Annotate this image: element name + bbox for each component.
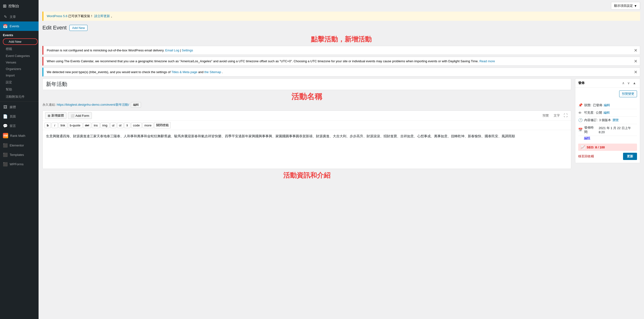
- revisions-icon: 🕐: [578, 118, 583, 122]
- sidebar-sub-organizers[interactable]: Organizers: [0, 66, 38, 72]
- timezone-text: When using The Events Calendar, we recom…: [47, 59, 479, 63]
- format-bold-button[interactable]: b: [44, 123, 51, 128]
- publish-box-controls: ∧ ∨ ▲: [621, 81, 637, 85]
- sidebar-sub-addons[interactable]: 活動附加元件: [0, 93, 38, 100]
- sidebar-item-wpforms[interactable]: ⬛ WPForms: [0, 160, 38, 169]
- edit-main: 活動名稱 永久連結: https://blogtest.designhu-dem…: [42, 78, 571, 182]
- notice-post-type: We detected new post type(s) (tribe_even…: [42, 68, 640, 77]
- visibility-value: 公開: [596, 111, 602, 115]
- sidebar-item-media[interactable]: 🖼 媒體: [0, 103, 38, 112]
- format-link-button[interactable]: link: [58, 123, 67, 128]
- sidebar-item-rankmath[interactable]: RM Rank Math: [0, 131, 38, 141]
- add-new-button[interactable]: Add New: [70, 25, 88, 31]
- notice-posttype-close[interactable]: ✕: [634, 70, 638, 75]
- event-title-input[interactable]: [42, 78, 571, 90]
- format-code-button[interactable]: code: [131, 123, 142, 128]
- titles-meta-link[interactable]: Titles & Meta page: [171, 70, 198, 74]
- text-mode-button[interactable]: 文字: [552, 112, 562, 119]
- editor-top-buttons: ⊞ 新增媒體 ⬜ Add Form: [45, 112, 92, 119]
- post-type-after: .: [222, 70, 223, 74]
- publish-box-triangle-button[interactable]: ▲: [632, 81, 637, 85]
- preview-changes-button[interactable]: 預覽變更: [619, 91, 637, 97]
- editor-format-bar: b i link b-quote del ins img ul ol li co…: [43, 121, 571, 130]
- postman-settings-link[interactable]: Settings: [182, 49, 193, 52]
- sidebar-sub-add-new[interactable]: Add New: [3, 38, 38, 45]
- format-img-button[interactable]: img: [100, 123, 110, 128]
- status-edit-link[interactable]: 編輯: [604, 103, 610, 107]
- sidebar-sub-venues[interactable]: Venues: [0, 59, 38, 66]
- sidebar-sub-settings[interactable]: 設定: [0, 79, 38, 86]
- permalink-edit-button[interactable]: 編輯: [131, 102, 141, 108]
- wpforms-icon: ⬛: [3, 162, 8, 166]
- events-section-label[interactable]: Events: [0, 31, 38, 38]
- update-button[interactable]: 更新: [623, 153, 637, 160]
- format-bquote-button[interactable]: b-quote: [68, 123, 82, 128]
- sidebar-item-elementor[interactable]: ⬛ Elementor: [0, 141, 38, 150]
- format-ins-button[interactable]: ins: [92, 123, 100, 128]
- status-value: 已發佈: [593, 103, 602, 107]
- display-settings-dropdown-icon: ▼: [634, 4, 637, 8]
- notice-timezone-close[interactable]: ✕: [634, 59, 638, 64]
- post-type-text-before: We detected new post type(s) (tribe_even…: [47, 70, 171, 74]
- add-form-button[interactable]: ⬜ Add Form: [68, 112, 92, 119]
- revisions-browse-link[interactable]: 瀏覽: [612, 118, 619, 122]
- format-more-button[interactable]: more: [142, 123, 154, 128]
- format-ol-button[interactable]: ol: [117, 123, 124, 128]
- published-edit-link[interactable]: 編輯: [584, 136, 590, 140]
- notice-postman: Postman is not configured and is mimicki…: [42, 46, 640, 55]
- format-italic-button[interactable]: i: [52, 123, 58, 128]
- update-now-link[interactable]: 請立即更新: [94, 14, 110, 18]
- publish-box-header: 發佈 ∧ ∨ ▲: [575, 79, 640, 88]
- visibility-edit-link[interactable]: 編輯: [604, 111, 610, 115]
- add-media-button[interactable]: ⊞ 新增媒體: [45, 112, 66, 119]
- format-close-tags-button[interactable]: 關閉標籤: [154, 122, 171, 128]
- sidebar-sub-tags[interactable]: 標籤: [0, 45, 38, 53]
- sidebar-item-events[interactable]: 📅 Events: [0, 22, 38, 31]
- format-ul-button[interactable]: ul: [110, 123, 116, 128]
- add-media-label: 新增媒體: [51, 113, 64, 118]
- email-log-link[interactable]: Email Log: [165, 49, 179, 52]
- sidebar-item-pages[interactable]: 📄 頁面: [0, 112, 38, 121]
- annotation-event-info: 活動資訊和介紹: [42, 169, 571, 182]
- sidebar-item-posts[interactable]: ✎ 文章: [0, 12, 38, 22]
- publish-box-body: 預覽變更 📌 狀態: 已發佈 編輯 👁 可見度:: [575, 88, 640, 163]
- published-value: 2021 年 1 月 22 日上午 8:20: [599, 126, 637, 134]
- permalink-label: 永久連結:: [42, 103, 56, 106]
- pages-icon: 📄: [3, 114, 8, 119]
- display-settings-button[interactable]: 顯示項目設定 ▼: [611, 2, 640, 10]
- rankmath-label: Rank Math: [10, 134, 25, 138]
- dashboard-label: 控制台: [8, 4, 19, 9]
- read-more-link[interactable]: Read more: [480, 59, 495, 63]
- postman-text: Postman is not configured and is mimicki…: [47, 49, 164, 52]
- main-content: 顯示項目設定 ▼ WordPress 5.6 已可供下載安裝！ 請立即更新 。 …: [38, 0, 644, 319]
- visibility-icon: 👁: [578, 111, 582, 115]
- format-del-button[interactable]: del: [83, 123, 91, 128]
- top-bar: 顯示項目設定 ▼: [38, 0, 644, 12]
- sidebar-item-templates[interactable]: ⬛ Templates: [0, 150, 38, 160]
- sidebar-item-comments[interactable]: 💬 留言: [0, 121, 38, 131]
- media-label: 媒體: [10, 105, 16, 109]
- wp-version-link[interactable]: WordPress 5.6: [47, 14, 68, 18]
- page-header: Edit Event Add New: [42, 25, 640, 31]
- wpforms-label: WPForms: [10, 162, 24, 166]
- published-label: 發佈時間:: [584, 126, 597, 134]
- editor-content[interactable]: 生意興隆通四海、財源廣進達三家天泰地泰三陽泰、人和事和萬事和金蛇狂舞辭舊歲、駿馬…: [43, 130, 571, 169]
- publish-box-collapse-button[interactable]: ∧: [621, 81, 626, 85]
- fullscreen-button[interactable]: ⛶: [563, 112, 568, 119]
- wp-logo[interactable]: ⊞ 控制台: [0, 0, 38, 12]
- publish-box-title: 發佈: [578, 81, 584, 85]
- preview-mode-button[interactable]: 預覽: [540, 112, 551, 119]
- edit-sidebar: 發佈 ∧ ∨ ▲ 預覽變更 📌 狀態:: [575, 78, 640, 163]
- permalink-url-link[interactable]: https://blogtest.designhu-demo.com/event…: [57, 103, 129, 106]
- notice-postman-close[interactable]: ✕: [634, 48, 638, 53]
- sidebar-sub-import[interactable]: Import: [0, 72, 38, 79]
- format-li-button[interactable]: li: [124, 123, 130, 128]
- annotation-event-name: 活動名稱: [42, 92, 571, 102]
- publish-box-expand-button[interactable]: ∨: [626, 81, 631, 85]
- sitemap-link[interactable]: the Sitemap: [204, 70, 221, 74]
- wp-logo-icon: ⊞: [3, 4, 6, 9]
- trash-link[interactable]: 移至回收桶: [578, 154, 594, 159]
- sidebar-sub-help[interactable]: 幫助: [0, 86, 38, 93]
- sidebar-sub-categories[interactable]: Event Categories: [0, 53, 38, 59]
- notice-update: WordPress 5.6 已可供下載安裝！ 請立即更新 。: [42, 12, 640, 21]
